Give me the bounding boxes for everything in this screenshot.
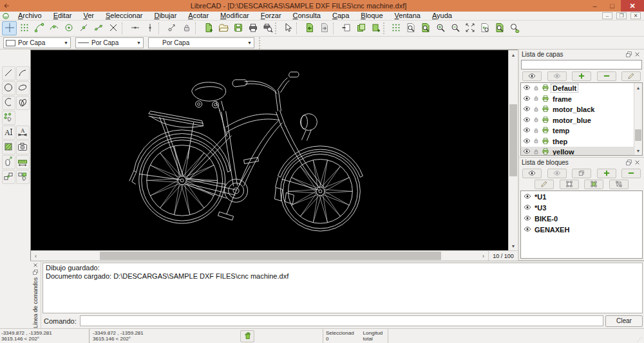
new-file-button[interactable] xyxy=(201,21,216,35)
insert-block-button[interactable] xyxy=(584,180,603,189)
snap-endpoint-button[interactable] xyxy=(32,21,46,35)
menu-ventana[interactable]: Ventana xyxy=(389,12,426,20)
show-all-blocks-button[interactable] xyxy=(522,169,542,178)
selection-pointer-button[interactable] xyxy=(280,21,295,35)
eye-icon[interactable] xyxy=(523,147,531,156)
scroll-up-arrow[interactable]: ▲ xyxy=(634,83,642,92)
menu-archivo[interactable]: Archivo xyxy=(12,12,48,20)
eye-icon[interactable] xyxy=(523,84,531,93)
resize-grip[interactable]: ⋰ xyxy=(637,337,644,343)
toggle-block-button[interactable] xyxy=(572,169,591,178)
color-combo[interactable]: Por Capa ▼ xyxy=(3,37,71,48)
lock-icon[interactable] xyxy=(533,106,540,114)
mdi-minimize-button[interactable]: – xyxy=(602,12,612,19)
scroll-right-arrow[interactable]: › xyxy=(478,251,488,261)
menu-forzar[interactable]: Forzar xyxy=(255,12,287,20)
add-block-button[interactable] xyxy=(597,169,616,178)
dimension-button[interactable]: A xyxy=(16,125,30,140)
draw-arc-button[interactable] xyxy=(16,66,30,80)
layer-row[interactable]: temp xyxy=(521,125,634,136)
printer-icon[interactable] xyxy=(542,95,549,104)
block-edit-button[interactable] xyxy=(16,170,30,184)
eye-icon[interactable] xyxy=(523,126,531,135)
draw-ellipse-arc-button[interactable] xyxy=(16,96,30,110)
select-button[interactable] xyxy=(2,155,15,169)
close-dock-icon[interactable] xyxy=(32,262,40,268)
crosshair-snap-button[interactable] xyxy=(2,21,17,35)
eye-icon[interactable] xyxy=(523,116,531,125)
open-file-button[interactable] xyxy=(216,21,231,35)
zoom-auto-button[interactable] xyxy=(462,21,477,35)
undo-button[interactable] xyxy=(302,21,317,35)
menu-editar[interactable]: Editar xyxy=(48,12,78,20)
line-width-combo[interactable]: Por Capa ▼ xyxy=(75,37,144,48)
attributes-block-button[interactable] xyxy=(535,180,554,189)
printer-icon[interactable] xyxy=(542,137,549,146)
canvas-vertical-scrollbar[interactable]: ▲ ▼ xyxy=(508,50,518,250)
mdi-close-button[interactable]: ✕ xyxy=(630,12,641,19)
minimize-button[interactable]: – xyxy=(586,0,603,12)
remove-layer-button[interactable] xyxy=(597,71,616,81)
lock-icon[interactable] xyxy=(533,127,540,135)
printer-icon[interactable] xyxy=(542,105,549,114)
maximize-button[interactable]: □ xyxy=(603,0,621,12)
eye-icon[interactable] xyxy=(524,203,531,212)
layer-row[interactable]: thep xyxy=(521,136,634,147)
block-row[interactable]: *U1 xyxy=(521,191,642,202)
snap-middle-button[interactable] xyxy=(76,21,91,35)
draw-line-button[interactable] xyxy=(2,66,15,80)
view-grid-button[interactable] xyxy=(388,21,403,35)
zoom-window-button[interactable] xyxy=(418,21,433,35)
block-row[interactable]: BIKE-0 xyxy=(521,213,642,224)
eye-icon[interactable] xyxy=(524,225,531,234)
layer-list-scrollbar[interactable]: ▲ ▼ xyxy=(634,83,642,155)
layer-search-input[interactable] xyxy=(521,60,642,70)
zoom-in-button[interactable] xyxy=(433,21,448,35)
layer-row[interactable]: motor_blue xyxy=(521,115,634,126)
hide-all-blocks-button[interactable] xyxy=(547,169,567,178)
layer-row[interactable]: yellow xyxy=(521,147,634,156)
restrict-vertical-button[interactable] xyxy=(142,21,157,35)
add-layer-button[interactable] xyxy=(572,71,591,81)
scroll-up-arrow[interactable]: ▲ xyxy=(509,50,518,59)
close-document-button[interactable] xyxy=(339,21,354,35)
eye-icon[interactable] xyxy=(523,137,531,146)
menu-acotar[interactable]: Acotar xyxy=(182,12,214,20)
scroll-thumb[interactable] xyxy=(635,129,641,141)
drawing-canvas[interactable] xyxy=(31,50,508,250)
block-row[interactable]: *U3 xyxy=(521,202,642,213)
horizontal-scroll-track[interactable] xyxy=(41,251,478,261)
new-document-button[interactable] xyxy=(368,21,383,35)
draw-text-button[interactable]: A xyxy=(2,125,15,140)
layer-row[interactable]: motor_black xyxy=(521,104,634,115)
lock-icon[interactable] xyxy=(533,84,540,93)
hatch-button[interactable] xyxy=(2,140,15,154)
lock-relative-zero-button[interactable] xyxy=(179,21,194,35)
clear-button[interactable]: Clear xyxy=(605,315,643,327)
scroll-down-arrow[interactable]: ▼ xyxy=(509,241,518,250)
eye-icon[interactable] xyxy=(523,105,531,114)
layer-row[interactable]: frame xyxy=(521,94,634,105)
menu-capa[interactable]: Capa xyxy=(327,12,355,20)
layer-row[interactable]: Default xyxy=(521,83,634,94)
lock-icon[interactable] xyxy=(533,148,540,156)
scroll-left-arrow[interactable]: ‹ xyxy=(31,251,41,261)
command-input[interactable] xyxy=(80,315,603,326)
snap-center-button[interactable] xyxy=(61,21,76,35)
measure-button[interactable] xyxy=(16,155,30,169)
menu-seleccionar[interactable]: Seleccionar xyxy=(100,12,148,20)
snap-distance-button[interactable] xyxy=(91,21,106,35)
close-button[interactable]: ✕ xyxy=(621,0,644,12)
show-all-layers-button[interactable] xyxy=(522,71,542,81)
float-panel-icon[interactable] xyxy=(625,159,633,167)
snap-grid-button[interactable] xyxy=(17,21,32,35)
draw-point-button[interactable] xyxy=(2,111,15,125)
print-button[interactable] xyxy=(245,21,260,35)
lock-icon[interactable] xyxy=(533,137,540,145)
zoom-redraw-button[interactable] xyxy=(403,21,418,35)
horizontal-scroll-thumb[interactable] xyxy=(100,252,441,260)
printer-icon[interactable] xyxy=(542,84,549,93)
close-panel-icon[interactable] xyxy=(633,159,641,167)
redo-button[interactable] xyxy=(317,21,332,35)
menu-ver[interactable]: Ver xyxy=(77,12,100,20)
